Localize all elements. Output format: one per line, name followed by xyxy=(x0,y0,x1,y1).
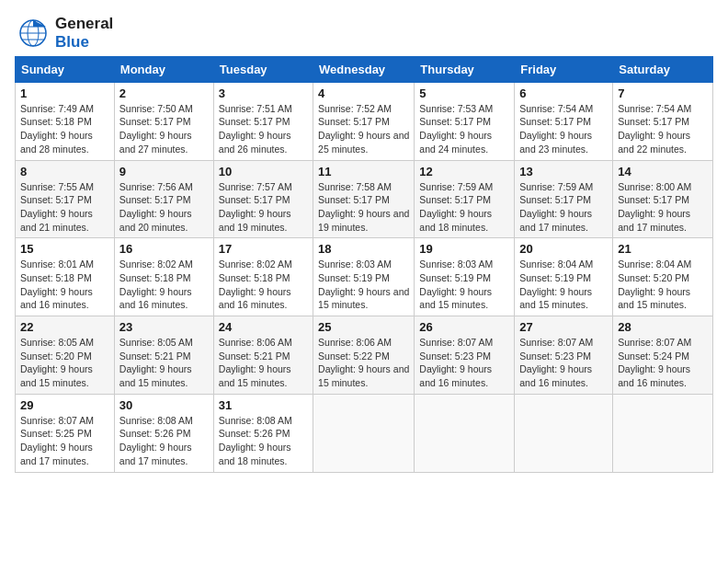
sunset-label: Sunset: 5:17 PM xyxy=(119,116,191,127)
sunrise-label: Sunrise: 7:58 AM xyxy=(318,181,392,192)
calendar-cell: 26 Sunrise: 8:07 AM Sunset: 5:23 PM Dayl… xyxy=(415,316,515,395)
calendar-cell xyxy=(515,394,613,472)
day-info: Sunrise: 8:06 AM Sunset: 5:22 PM Dayligh… xyxy=(318,336,409,390)
daylight-label: Daylight: 9 hours and 15 minutes. xyxy=(318,286,409,311)
daylight-label: Daylight: 9 hours and 17 minutes. xyxy=(618,208,690,233)
calendar-cell xyxy=(613,394,713,472)
daylight-label: Daylight: 9 hours and 16 minutes. xyxy=(519,363,592,388)
daylight-label: Daylight: 9 hours and 16 minutes. xyxy=(618,363,690,388)
day-info: Sunrise: 8:04 AM Sunset: 5:20 PM Dayligh… xyxy=(618,258,708,312)
sunset-label: Sunset: 5:20 PM xyxy=(20,350,92,362)
day-number: 6 xyxy=(519,86,608,100)
sunset-label: Sunset: 5:19 PM xyxy=(318,272,390,283)
day-number: 9 xyxy=(119,165,209,178)
calendar-body: 1 Sunrise: 7:49 AM Sunset: 5:18 PM Dayli… xyxy=(16,82,713,472)
day-info: Sunrise: 7:56 AM Sunset: 5:17 PM Dayligh… xyxy=(119,180,209,235)
daylight-label: Daylight: 9 hours and 15 minutes. xyxy=(519,286,592,311)
daylight-label: Daylight: 9 hours and 15 minutes. xyxy=(318,363,409,388)
days-header-row: SundayMondayTuesdayWednesdayThursdayFrid… xyxy=(16,56,713,82)
sunset-label: Sunset: 5:17 PM xyxy=(219,194,290,205)
sunset-label: Sunset: 5:18 PM xyxy=(20,116,92,127)
calendar-cell: 25 Sunrise: 8:06 AM Sunset: 5:22 PM Dayl… xyxy=(313,316,415,395)
sunrise-label: Sunrise: 7:49 AM xyxy=(20,103,94,114)
day-number: 15 xyxy=(20,242,109,256)
day-info: Sunrise: 8:03 AM Sunset: 5:19 PM Dayligh… xyxy=(419,258,509,312)
sunset-label: Sunset: 5:19 PM xyxy=(519,272,591,283)
sunset-label: Sunset: 5:17 PM xyxy=(618,194,689,205)
daylight-label: Daylight: 9 hours and 15 minutes. xyxy=(419,286,492,311)
day-number: 11 xyxy=(318,165,409,178)
day-info: Sunrise: 8:05 AM Sunset: 5:20 PM Dayligh… xyxy=(20,336,109,390)
day-number: 5 xyxy=(419,86,509,100)
day-info: Sunrise: 8:03 AM Sunset: 5:19 PM Dayligh… xyxy=(318,258,409,312)
calendar-cell: 9 Sunrise: 7:56 AM Sunset: 5:17 PM Dayli… xyxy=(114,160,213,238)
sunrise-label: Sunrise: 8:03 AM xyxy=(318,259,392,270)
daylight-label: Daylight: 9 hours and 16 minutes. xyxy=(419,363,492,388)
calendar-cell: 27 Sunrise: 8:07 AM Sunset: 5:23 PM Dayl… xyxy=(515,316,613,395)
sunrise-label: Sunrise: 8:00 AM xyxy=(618,181,691,192)
day-number: 4 xyxy=(318,86,409,100)
day-header-wednesday: Wednesday xyxy=(313,56,415,82)
day-number: 29 xyxy=(20,398,109,412)
week-row-5: 29 Sunrise: 8:07 AM Sunset: 5:25 PM Dayl… xyxy=(16,394,713,472)
sunset-label: Sunset: 5:17 PM xyxy=(318,116,390,127)
calendar-cell: 2 Sunrise: 7:50 AM Sunset: 5:17 PM Dayli… xyxy=(114,82,213,160)
daylight-label: Daylight: 9 hours and 17 minutes. xyxy=(119,442,192,466)
sunrise-label: Sunrise: 8:03 AM xyxy=(419,259,493,270)
day-info: Sunrise: 7:49 AM Sunset: 5:18 PM Dayligh… xyxy=(20,102,109,156)
daylight-label: Daylight: 9 hours and 15 minutes. xyxy=(119,363,192,388)
sunset-label: Sunset: 5:22 PM xyxy=(318,350,390,362)
sunset-label: Sunset: 5:17 PM xyxy=(20,194,92,205)
logo-general: General xyxy=(55,15,113,32)
day-number: 8 xyxy=(20,165,109,178)
sunrise-label: Sunrise: 8:05 AM xyxy=(20,337,94,348)
sunset-label: Sunset: 5:26 PM xyxy=(119,428,191,439)
day-info: Sunrise: 7:54 AM Sunset: 5:17 PM Dayligh… xyxy=(519,102,608,156)
sunset-label: Sunset: 5:17 PM xyxy=(219,116,290,127)
calendar-cell: 30 Sunrise: 8:08 AM Sunset: 5:26 PM Dayl… xyxy=(114,394,213,472)
calendar-cell: 17 Sunrise: 8:02 AM Sunset: 5:18 PM Dayl… xyxy=(213,238,313,316)
sunset-label: Sunset: 5:17 PM xyxy=(519,116,591,127)
sunrise-label: Sunrise: 8:07 AM xyxy=(419,337,493,348)
daylight-label: Daylight: 9 hours and 20 minutes. xyxy=(119,208,192,233)
daylight-label: Daylight: 9 hours and 15 minutes. xyxy=(20,363,93,388)
day-info: Sunrise: 8:02 AM Sunset: 5:18 PM Dayligh… xyxy=(219,258,308,312)
calendar-cell xyxy=(313,394,415,472)
sunset-label: Sunset: 5:18 PM xyxy=(20,272,92,283)
day-info: Sunrise: 7:54 AM Sunset: 5:17 PM Dayligh… xyxy=(618,102,708,156)
day-number: 17 xyxy=(219,242,308,256)
calendar-cell: 1 Sunrise: 7:49 AM Sunset: 5:18 PM Dayli… xyxy=(16,82,115,160)
day-info: Sunrise: 8:08 AM Sunset: 5:26 PM Dayligh… xyxy=(219,414,308,468)
calendar-cell: 22 Sunrise: 8:05 AM Sunset: 5:20 PM Dayl… xyxy=(16,316,115,395)
sunrise-label: Sunrise: 7:56 AM xyxy=(119,181,193,192)
day-number: 23 xyxy=(119,320,209,334)
sunrise-label: Sunrise: 7:54 AM xyxy=(519,103,593,114)
daylight-label: Daylight: 9 hours and 21 minutes. xyxy=(20,208,93,233)
day-header-sunday: Sunday xyxy=(16,56,115,82)
calendar-table: SundayMondayTuesdayWednesdayThursdayFrid… xyxy=(15,56,713,473)
sunrise-label: Sunrise: 7:59 AM xyxy=(519,181,593,192)
sunrise-label: Sunrise: 7:55 AM xyxy=(20,181,94,192)
sunrise-label: Sunrise: 8:04 AM xyxy=(618,259,691,270)
logo-blue: Blue xyxy=(55,33,89,51)
calendar-cell: 14 Sunrise: 8:00 AM Sunset: 5:17 PM Dayl… xyxy=(613,160,713,238)
day-number: 26 xyxy=(419,320,509,334)
sunrise-label: Sunrise: 8:06 AM xyxy=(219,337,292,348)
day-info: Sunrise: 7:58 AM Sunset: 5:17 PM Dayligh… xyxy=(318,180,409,235)
day-info: Sunrise: 7:51 AM Sunset: 5:17 PM Dayligh… xyxy=(219,102,308,156)
sunrise-label: Sunrise: 8:07 AM xyxy=(618,337,691,348)
calendar-cell: 21 Sunrise: 8:04 AM Sunset: 5:20 PM Dayl… xyxy=(613,238,713,316)
day-number: 24 xyxy=(219,320,308,334)
sunset-label: Sunset: 5:23 PM xyxy=(419,350,491,362)
sunset-label: Sunset: 5:17 PM xyxy=(519,194,591,205)
logo-icon xyxy=(15,17,51,50)
day-info: Sunrise: 8:07 AM Sunset: 5:23 PM Dayligh… xyxy=(519,336,608,390)
day-number: 22 xyxy=(20,320,109,334)
calendar-cell: 23 Sunrise: 8:05 AM Sunset: 5:21 PM Dayl… xyxy=(114,316,213,395)
daylight-label: Daylight: 9 hours and 16 minutes. xyxy=(219,286,291,311)
calendar-cell: 4 Sunrise: 7:52 AM Sunset: 5:17 PM Dayli… xyxy=(313,82,415,160)
day-header-thursday: Thursday xyxy=(415,56,515,82)
calendar-cell: 6 Sunrise: 7:54 AM Sunset: 5:17 PM Dayli… xyxy=(515,82,613,160)
daylight-label: Daylight: 9 hours and 15 minutes. xyxy=(618,286,690,311)
sunset-label: Sunset: 5:17 PM xyxy=(419,194,491,205)
